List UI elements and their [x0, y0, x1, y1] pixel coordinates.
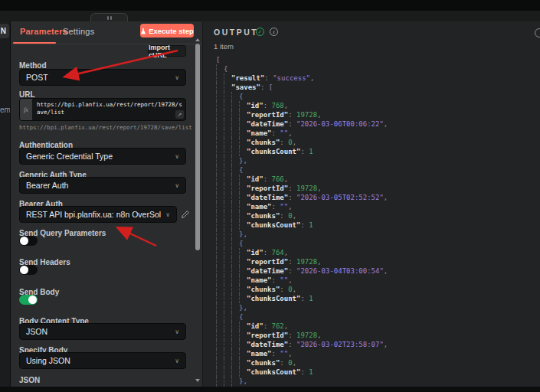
- indent-guide: [231, 119, 239, 129]
- json-line: },: [216, 230, 540, 239]
- expression-toggle[interactable]: fx: [20, 99, 32, 120]
- authentication-select[interactable]: Generic Credential Type ∨: [19, 148, 186, 165]
- json-token: :: [263, 101, 272, 110]
- json-token: },: [239, 377, 247, 386]
- panel-settings-icon[interactable]: [535, 28, 540, 38]
- grip-icon: [110, 16, 112, 20]
- json-line: "id": 768,: [216, 101, 540, 110]
- json-token: "reportId": [247, 110, 288, 119]
- indent-guide: [224, 322, 231, 331]
- indent-guide: [224, 303, 231, 312]
- send-query-parameters-toggle[interactable]: [19, 236, 38, 246]
- indent-guide: [231, 129, 239, 138]
- drag-handle[interactable]: [90, 13, 128, 21]
- json-token: 1: [309, 220, 313, 230]
- json-token: :: [288, 340, 296, 349]
- tab-parameters[interactable]: Parameters: [20, 27, 67, 36]
- scrollbar-down-arrow[interactable]: [195, 379, 200, 382]
- send-headers-toggle[interactable]: [19, 265, 38, 275]
- json-line: "dateTime": "2026-03-04T03:00:54",: [216, 266, 540, 276]
- json-token: :: [280, 285, 288, 294]
- indent-guide: [224, 193, 231, 202]
- success-check-icon: ✓: [256, 28, 264, 36]
- scrollbar-up-arrow[interactable]: [195, 38, 200, 41]
- json-token: "chunksCount": [247, 220, 300, 230]
- json-line: {: [216, 239, 540, 248]
- json-token: "2026-03-02T23:58:07": [296, 340, 384, 349]
- generic-auth-type-select[interactable]: Bearer Auth ∨: [19, 177, 186, 194]
- json-line: "dateTime": "2026-03-02T23:58:07",: [216, 340, 540, 349]
- indent-guide: [231, 294, 239, 303]
- json-token: ,: [288, 202, 292, 211]
- json-token: :: [300, 220, 309, 230]
- json-token: },: [239, 230, 247, 239]
- url-input[interactable]: fx https://bpi.planfix.ua/rest/report/19…: [19, 98, 186, 121]
- json-line: "id": 762,: [216, 322, 540, 331]
- json-token: "chunks": [247, 211, 280, 220]
- json-token: {: [239, 312, 243, 322]
- indent-guide: [239, 193, 247, 202]
- json-token: ,: [384, 340, 388, 349]
- json-token: ,: [317, 331, 321, 340]
- indent-guide: [216, 138, 224, 147]
- indent-guide: [216, 193, 224, 202]
- info-icon[interactable]: i: [270, 28, 278, 36]
- method-select[interactable]: POST ∨: [19, 69, 186, 86]
- indent-guide: [231, 165, 239, 175]
- execute-step-button[interactable]: Execute step: [140, 24, 194, 38]
- json-token: :: [280, 211, 288, 220]
- edit-credential-pencil-icon[interactable]: [181, 210, 190, 219]
- json-token: "": [280, 276, 288, 285]
- json-line: "reportId": 19728,: [216, 184, 540, 193]
- body-content-type-select[interactable]: JSON ∨: [19, 323, 186, 340]
- json-token: 1: [309, 368, 313, 377]
- indent-guide: [224, 83, 231, 92]
- json-token: ,: [288, 129, 292, 138]
- import-curl-button[interactable]: Import cURL: [148, 45, 186, 57]
- json-token: :: [272, 129, 280, 138]
- indent-guide: [224, 230, 231, 239]
- indent-guide: [216, 303, 224, 312]
- json-token: "chunksCount": [247, 147, 300, 156]
- indent-guide: [224, 184, 231, 193]
- json-line: "name": "",: [216, 349, 540, 358]
- expand-editor-icon[interactable]: ↗: [175, 110, 184, 119]
- indent-guide: [231, 211, 239, 220]
- json-token: [: [269, 83, 273, 92]
- indent-guide: [239, 257, 247, 266]
- info-glyph: i: [273, 29, 275, 35]
- json-body-label: JSON: [19, 376, 40, 384]
- input-view-toggle-fragment[interactable]: N: [0, 24, 9, 38]
- json-token: "": [280, 129, 288, 138]
- url-value[interactable]: https://bpi.planfix.ua/rest/report/19728…: [32, 99, 185, 120]
- authentication-value: Generic Credential Type: [26, 152, 113, 161]
- indent-guide: [231, 331, 239, 340]
- indent-guide: [224, 312, 231, 322]
- scrollbar-thumb[interactable]: [195, 44, 200, 250]
- tab-settings[interactable]: Settings: [63, 27, 94, 36]
- send-body-toggle[interactable]: [19, 295, 38, 305]
- indent-guide: [239, 248, 247, 257]
- json-line: "reportId": 19728,: [216, 110, 540, 119]
- indent-guide: [224, 175, 231, 184]
- indent-guide: [239, 202, 247, 211]
- panel-header: Parameters Settings Execute step: [11, 21, 202, 44]
- url-evaluated-preview: https://bpi.planfix.ua/rest/report/19728…: [19, 124, 192, 131]
- json-line: "name": "",: [216, 129, 540, 138]
- canvas-backdrop-top: [0, 0, 540, 11]
- json-token: },: [239, 303, 247, 312]
- json-token: :: [288, 184, 296, 193]
- chevron-down-icon: ∨: [175, 182, 179, 189]
- indent-guide: [239, 220, 247, 230]
- json-token: :: [288, 110, 296, 119]
- specify-body-select[interactable]: Using JSON ∨: [19, 352, 186, 369]
- json-token: {: [224, 64, 227, 74]
- indent-guide: [239, 294, 247, 303]
- indent-guide: [231, 239, 239, 248]
- active-tab-underline: [13, 42, 56, 44]
- indent-guide: [231, 303, 239, 312]
- json-token: "chunksCount": [247, 368, 300, 377]
- indent-guide: [239, 110, 247, 119]
- bearer-auth-credential-select[interactable]: REST API bpi.planfix.ua: n8n OverSol ∨: [19, 206, 177, 223]
- indent-guide: [231, 147, 239, 156]
